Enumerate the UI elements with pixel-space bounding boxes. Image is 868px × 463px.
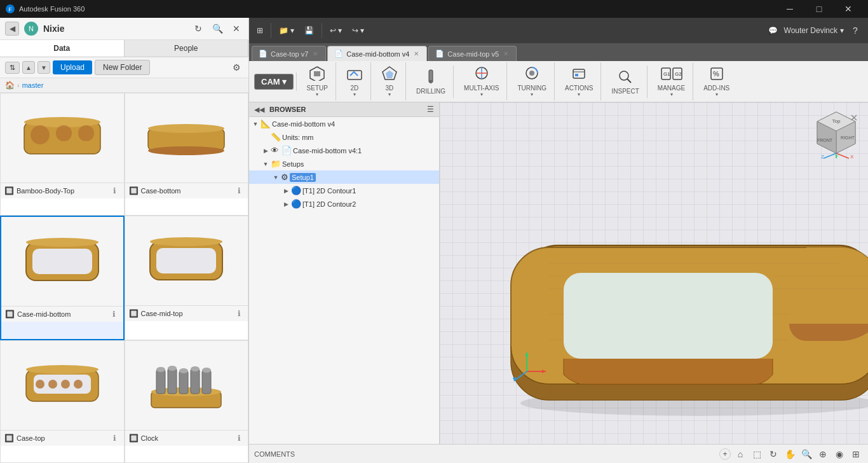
search-button[interactable]: 🔍: [210, 22, 224, 36]
breadcrumb-current[interactable]: master: [22, 81, 44, 89]
info-button[interactable]: ℹ: [109, 309, 119, 319]
tab-icon: 📄: [259, 50, 268, 58]
close-left-panel-button[interactable]: ✕: [229, 22, 243, 36]
minimize-button[interactable]: ─: [775, 0, 804, 18]
zoom-button[interactable]: 🔍: [799, 447, 813, 461]
upload-button[interactable]: Upload: [53, 60, 92, 74]
3d-viewport[interactable]: Top RIGHT FRONT X Y Z: [440, 102, 868, 444]
maximize-button[interactable]: □: [804, 0, 834, 18]
drilling-group: DRILLING: [409, 66, 454, 98]
help-button[interactable]: ?: [846, 22, 864, 39]
undo-button[interactable]: ↩ ▾: [326, 20, 346, 41]
breadcrumb: 🏠 › master: [0, 78, 248, 93]
cam-button[interactable]: CAM ▾: [254, 74, 294, 90]
orbit-button[interactable]: ↻: [766, 447, 780, 461]
cam-toolbar: CAM ▾ SETUP ▾: [249, 61, 868, 102]
info-button[interactable]: ℹ: [234, 433, 244, 443]
tab-data[interactable]: Data: [0, 40, 125, 57]
svg-rect-11: [32, 249, 92, 274]
sort-button[interactable]: ⇅: [5, 62, 20, 74]
list-item[interactable]: 🔲 Case-mid-bottom ℹ: [0, 216, 125, 340]
info-button[interactable]: ℹ: [110, 433, 120, 443]
back-button[interactable]: ◀: [5, 22, 19, 36]
info-button[interactable]: ℹ: [110, 186, 120, 196]
info-button[interactable]: ℹ: [234, 308, 244, 319]
sort-bar: ⇅ ▲ ▼ Upload New Folder ⚙: [0, 57, 248, 78]
add-comment-button[interactable]: +: [719, 448, 731, 460]
home-view-button[interactable]: ⌂: [733, 447, 747, 461]
close-tab-icon[interactable]: ✕: [311, 50, 319, 58]
multi-axis-button[interactable]: MULTI-AXIS ▾: [459, 64, 504, 99]
save-button[interactable]: 💾: [301, 20, 318, 41]
close-button[interactable]: ✕: [834, 0, 863, 18]
tree-node-contour1[interactable]: ▶ 🔵 [T1] 2D Contour1: [249, 184, 439, 197]
inspect-button[interactable]: INSPECT: [606, 67, 644, 97]
refresh-button[interactable]: ↻: [191, 22, 205, 36]
expand-button[interactable]: ▼: [252, 120, 259, 128]
list-item[interactable]: 🔲 Case-bottom ℹ: [125, 93, 249, 216]
list-item[interactable]: 🔲 Bamboo-Body-Top ℹ: [0, 93, 125, 216]
comment-icon: 💬: [768, 26, 778, 35]
3d-model: [476, 136, 868, 422]
settings-button[interactable]: ⚙: [229, 60, 243, 74]
user-name: Wouter Devinck: [784, 26, 837, 35]
expand-button[interactable]: ▶: [282, 200, 290, 208]
display-settings-button[interactable]: ◉: [832, 447, 846, 461]
fit-view-button[interactable]: ⬚: [750, 447, 764, 461]
actions-button[interactable]: ACTIONS ▾: [560, 64, 598, 99]
drilling-button[interactable]: DRILLING: [411, 67, 451, 97]
svg-point-21: [61, 380, 70, 389]
tab-case-top-v7[interactable]: 📄 Case-top v7 ✕: [252, 46, 326, 61]
info-button[interactable]: ℹ: [234, 186, 244, 196]
model-svg: [476, 136, 868, 422]
comment-button[interactable]: 💬: [764, 20, 782, 41]
new-folder-button[interactable]: New Folder: [95, 60, 150, 75]
svg-rect-31: [191, 369, 200, 394]
collapse-browser-button[interactable]: ◀◀: [254, 106, 264, 114]
close-tab-icon[interactable]: ✕: [412, 50, 420, 58]
item-name: Bamboo-Body-Top: [17, 187, 107, 195]
viewcube[interactable]: Top RIGHT FRONT X Y Z: [811, 109, 862, 160]
browser-header: ◀◀ BROWSER ☰: [249, 102, 439, 117]
tree-node-setups[interactable]: ▼ 📁 Setups: [249, 157, 439, 170]
tab-case-mid-bottom-v4[interactable]: 📄 Case-mid-bottom v4 ✕: [327, 46, 427, 61]
list-item[interactable]: 🔲 Case-top ℹ: [0, 340, 125, 463]
tree-node-component[interactable]: ▶ 👁 📄 Case-mid-bottom v4:1: [249, 144, 439, 157]
setup-button[interactable]: SETUP ▾: [302, 64, 333, 99]
tab-people[interactable]: People: [125, 40, 249, 57]
list-item[interactable]: 🔲 Clock ℹ: [125, 340, 249, 463]
tree-node-contour2[interactable]: ▶ 🔵 [T1] 2D Contour2: [249, 197, 439, 211]
list-item[interactable]: 🔲 Case-mid-top ℹ: [125, 216, 249, 340]
svg-point-26: [156, 367, 165, 372]
svg-point-12: [26, 238, 98, 247]
tree-node-units[interactable]: 📏 Units: mm: [249, 130, 439, 144]
tree-node-setup1[interactable]: ▼ ⚙ Setup1: [249, 170, 439, 184]
tree-node-root[interactable]: ▼ 📐 Case-mid-bottom v4: [249, 117, 439, 130]
left-panel-tabs: Data People: [0, 40, 248, 57]
item-label-row: 🔲 Clock ℹ: [125, 430, 248, 446]
close-tab-icon[interactable]: ✕: [502, 50, 510, 58]
add-ins-button[interactable]: % ADD-INS ▾: [698, 64, 735, 99]
redo-button[interactable]: ↪ ▾: [348, 20, 368, 41]
grid-button[interactable]: ⊞: [253, 20, 267, 41]
sort-down-button[interactable]: ▼: [37, 61, 50, 74]
svg-point-22: [74, 380, 83, 389]
tab-case-mid-top-v5[interactable]: 📄 Case-mid-top v5 ✕: [428, 46, 517, 61]
sort-up-button[interactable]: ▲: [22, 61, 35, 74]
turning-button[interactable]: TURNING ▾: [512, 64, 552, 99]
3d-button[interactable]: 3D ▾: [376, 64, 403, 99]
2d-button[interactable]: 2D ▾: [341, 64, 368, 99]
browser-menu-button[interactable]: ☰: [427, 105, 434, 114]
main-toolbar: ⊞ 📁 ▾ 💾 ↩ ▾ ↪ ▾ 💬 Wouter Devinck ▾: [249, 18, 868, 43]
expand-button[interactable]: ▼: [262, 160, 269, 168]
file-button[interactable]: 📁 ▾: [275, 20, 298, 41]
zoom-target-button[interactable]: ⊕: [816, 447, 830, 461]
expand-button[interactable]: ▶: [282, 187, 290, 195]
expand-button[interactable]: ▶: [262, 147, 269, 155]
manage-button[interactable]: G1G2 MANAGE ▾: [653, 64, 690, 99]
save-icon: 💾: [304, 26, 314, 35]
grid-settings-button[interactable]: ⊞: [849, 447, 863, 461]
expand-button[interactable]: ▼: [272, 174, 280, 181]
pan-button[interactable]: ✋: [783, 447, 797, 461]
sort-icon: ⇅: [10, 64, 15, 72]
